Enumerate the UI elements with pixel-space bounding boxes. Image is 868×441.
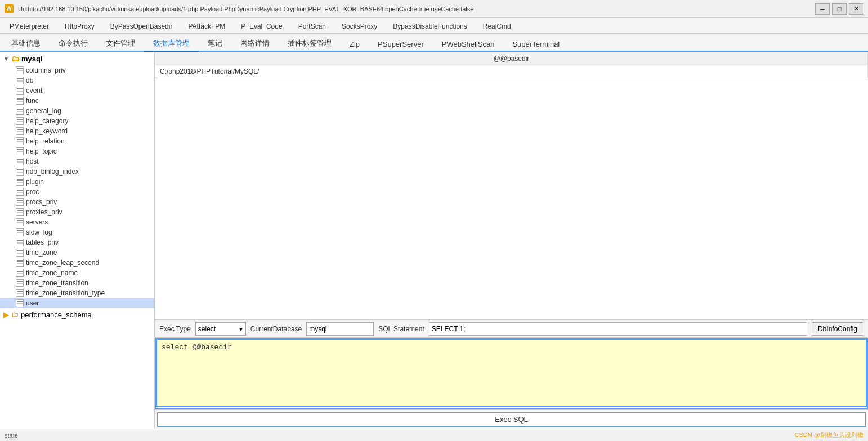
nav-tab-network[interactable]: 网络详情: [231, 36, 279, 52]
nav-tabs-bar: 基础信息 命令执行 文件管理 数据库管理 笔记 网络详情 插件标签管理 Zip …: [0, 34, 868, 52]
sidebar-db-mysql-label: mysql: [21, 55, 43, 63]
sidebar-table-user[interactable]: user: [0, 298, 154, 308]
results-table: @@basedir C:/php2018/PHPTutorial/MySQL/: [155, 52, 868, 78]
table-icon: [16, 228, 24, 236]
sidebar-table-help-keyword-label: help_keyword: [26, 127, 68, 135]
nav-tab-wenjian[interactable]: 文件管理: [97, 36, 144, 52]
table-icon: [16, 208, 24, 216]
sidebar-table-proc[interactable]: proc: [0, 187, 154, 197]
sidebar-table-slow-log-label: slow_log: [26, 228, 52, 236]
table-icon: [16, 107, 24, 115]
sidebar-table-time-zone-name[interactable]: time_zone_name: [0, 268, 154, 278]
dbinfo-config-button[interactable]: DbInfoConfig: [812, 322, 863, 336]
plugin-tab-pattackfpm[interactable]: PAttackFPM: [181, 20, 232, 33]
sidebar-table-func-label: func: [26, 97, 39, 105]
sidebar-table-time-zone-trans-type-label: time_zone_transition_type: [26, 289, 105, 297]
nav-tab-minglingzhixing[interactable]: 命令执行: [50, 36, 97, 52]
table-icon: [16, 117, 24, 125]
exec-sql-button[interactable]: Exec SQL: [157, 412, 866, 427]
table-icon: [16, 147, 24, 155]
sidebar-table-columns-priv[interactable]: columns_priv: [0, 65, 154, 75]
nav-tab-plugins[interactable]: 插件标签管理: [279, 36, 341, 52]
table-icon: [16, 299, 24, 307]
sidebar-table-time-zone-label: time_zone: [26, 249, 57, 256]
sql-statement-input[interactable]: [429, 322, 807, 336]
table-icon: [16, 127, 24, 135]
nav-tab-jichuxxinxi[interactable]: 基础信息: [2, 36, 50, 52]
plugin-tab-httpproxy[interactable]: HttpProxy: [57, 20, 102, 33]
sidebar-table-help-relation[interactable]: help_relation: [0, 136, 154, 146]
current-db-label: CurrentDatabase: [250, 325, 302, 333]
table-icon: [16, 97, 24, 105]
sidebar-table-servers[interactable]: servers: [0, 217, 154, 227]
plugin-tab-bypassdisablefunctions[interactable]: BypassDisableFunctions: [386, 20, 474, 33]
nav-tab-superterminal[interactable]: SuperTerminal: [503, 38, 569, 52]
plugin-tab-pmeterpreter[interactable]: PMeterpreter: [2, 20, 56, 33]
sidebar-table-host[interactable]: host: [0, 156, 154, 166]
plugin-tab-pevalcode[interactable]: P_Eval_Code: [234, 20, 289, 33]
plugin-tab-portscan[interactable]: PortScan: [291, 20, 333, 33]
sidebar-table-time-zone-trans-type[interactable]: time_zone_transition_type: [0, 288, 154, 298]
sidebar-table-columns-priv-label: columns_priv: [26, 66, 66, 74]
table-icon: [16, 137, 24, 145]
sidebar-table-func[interactable]: func: [0, 96, 154, 106]
table-row: C:/php2018/PHPTutorial/MySQL/: [155, 65, 868, 78]
sidebar-table-proxies-priv-label: proxies_priv: [26, 208, 62, 216]
sidebar-table-help-relation-label: help_relation: [26, 137, 65, 145]
sidebar-table-help-category[interactable]: help_category: [0, 116, 154, 126]
sidebar-db-mysql[interactable]: ▼ 🗂 mysql: [0, 52, 154, 65]
sidebar-table-help-category-label: help_category: [26, 117, 68, 125]
titlebar-controls: ─ □ ✕: [815, 3, 863, 15]
table-icon: [16, 158, 24, 165]
sidebar-table-event[interactable]: event: [0, 86, 154, 96]
sidebar-table-time-zone-trans[interactable]: time_zone_transition: [0, 278, 154, 288]
sidebar-table-slow-log[interactable]: slow_log: [0, 227, 154, 237]
folder-icon: ▶: [3, 310, 9, 319]
sidebar-table-time-zone-leap[interactable]: time_zone_leap_second: [0, 258, 154, 268]
table-icon: [16, 66, 24, 74]
sidebar-table-ndb-binlog-index[interactable]: ndb_binlog_index: [0, 166, 154, 177]
nav-tab-database[interactable]: 数据库管理: [144, 36, 199, 52]
current-db-input[interactable]: [306, 322, 374, 336]
sidebar-table-time-zone[interactable]: time_zone: [0, 248, 154, 258]
close-button[interactable]: ✕: [849, 3, 863, 15]
nav-tab-notes[interactable]: 笔记: [199, 36, 231, 52]
plugin-tab-realcmd[interactable]: RealCmd: [476, 20, 518, 33]
sidebar-table-user-label: user: [26, 299, 39, 307]
sidebar-table-help-keyword[interactable]: help_keyword: [0, 126, 154, 136]
status-state: state: [5, 432, 18, 439]
sidebar-table-tables-priv[interactable]: tables_priv: [0, 237, 154, 248]
exec-type-label: Exec Type: [159, 325, 191, 333]
table-icon: [16, 259, 24, 267]
sidebar-table-tables-priv-label: tables_priv: [26, 238, 59, 246]
table-icon: [16, 238, 24, 246]
table-icon: [16, 76, 24, 84]
nav-tab-zip[interactable]: Zip: [341, 38, 369, 52]
results-cell-basedir-value: C:/php2018/PHPTutorial/MySQL/: [155, 65, 868, 78]
status-watermark: CSDN @剁椒鱼头没剁椒: [795, 431, 863, 439]
results-area: @@basedir C:/php2018/PHPTutorial/MySQL/: [155, 52, 868, 320]
sidebar-table-help-topic[interactable]: help_topic: [0, 146, 154, 156]
plugin-tab-bypassopenbasedir[interactable]: ByPassOpenBasedir: [103, 20, 180, 33]
maximize-button[interactable]: □: [832, 3, 847, 15]
sidebar-table-procs-priv[interactable]: procs_priv: [0, 197, 154, 207]
minimize-button[interactable]: ─: [815, 3, 830, 15]
table-icon: [16, 289, 24, 297]
plugin-tab-socksproxy[interactable]: SocksProxy: [334, 20, 384, 33]
sidebar-db-performance-schema[interactable]: ▶ 🗂 performance_schema: [0, 308, 154, 321]
sidebar-table-general-log[interactable]: general_log: [0, 106, 154, 116]
sidebar-table-proxies-priv[interactable]: proxies_priv: [0, 207, 154, 217]
sidebar-table-plugin[interactable]: plugin: [0, 177, 154, 187]
arrow-down-icon: ▼: [3, 56, 9, 62]
right-panel: @@basedir C:/php2018/PHPTutorial/MySQL/ …: [155, 52, 868, 429]
table-icon: [16, 198, 24, 206]
titlebar: W Url:http://192.168.10.150/pikachu/vul/…: [0, 0, 868, 18]
sidebar-table-event-label: event: [26, 87, 42, 94]
nav-tab-psuperserver[interactable]: PSuperServer: [369, 38, 433, 52]
sql-editor[interactable]: [156, 339, 867, 407]
exec-type-select[interactable]: select insert update delete: [195, 322, 246, 336]
nav-tab-pwebshellscan[interactable]: PWebShellScan: [433, 38, 504, 52]
sidebar-table-db[interactable]: db: [0, 75, 154, 86]
sidebar-table-time-zone-name-label: time_zone_name: [26, 269, 78, 277]
sidebar-table-servers-label: servers: [26, 218, 48, 226]
